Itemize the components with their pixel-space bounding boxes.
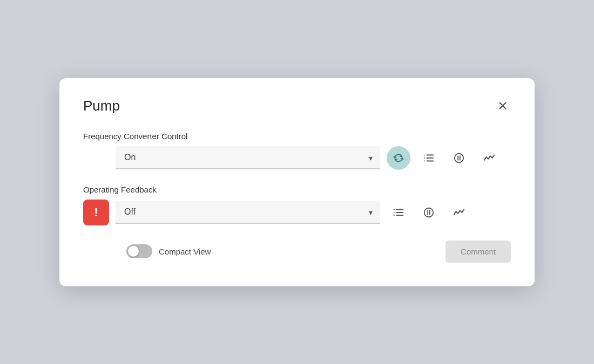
pump-modal: Pump Frequency Converter Control On Off …	[59, 78, 535, 286]
frequency-select-wrapper: On Off Auto ▾	[116, 146, 380, 169]
operating-trend-button[interactable]	[447, 201, 471, 224]
comment-button[interactable]: Comment	[446, 241, 511, 263]
operating-trend-icon	[453, 207, 465, 218]
frequency-section: Frequency Converter Control On Off Auto …	[83, 132, 511, 170]
frequency-trend-button[interactable]	[477, 146, 501, 170]
frequency-pause-button[interactable]	[447, 146, 471, 170]
compact-view-toggle[interactable]	[126, 244, 152, 258]
operating-select[interactable]: Off On Auto	[116, 201, 380, 224]
modal-title: Pump	[83, 98, 120, 114]
operating-list-button[interactable]	[387, 201, 410, 224]
pause-icon	[453, 152, 465, 164]
toggle-thumb	[128, 246, 139, 257]
compact-view-label: Compact View	[159, 247, 211, 256]
list-icon	[423, 152, 435, 164]
svg-point-17	[424, 208, 434, 217]
frequency-select[interactable]: On Off Auto	[116, 146, 380, 169]
compact-view-area: Compact View	[126, 244, 211, 258]
operating-pause-button[interactable]	[417, 201, 441, 224]
operating-pause-icon	[423, 207, 435, 218]
frequency-control-row: On Off Auto ▾	[83, 146, 511, 170]
operating-list-icon	[393, 207, 404, 218]
operating-section: Operating Feedback ! Off On Auto ▾	[83, 185, 511, 225]
frequency-label: Frequency Converter Control	[83, 132, 511, 141]
refresh-icon	[393, 152, 404, 164]
frequency-list-button[interactable]	[417, 146, 441, 170]
trend-icon	[483, 152, 495, 164]
close-button[interactable]	[495, 98, 511, 114]
close-icon	[497, 100, 509, 112]
footer-row: Compact View Comment	[83, 241, 511, 263]
operating-label: Operating Feedback	[83, 185, 511, 194]
error-badge: !	[83, 200, 109, 225]
exclamation-icon: !	[94, 205, 98, 219]
operating-select-wrapper: Off On Auto ▾	[116, 201, 380, 224]
svg-point-8	[455, 153, 464, 162]
operating-control-row: ! Off On Auto ▾	[83, 200, 511, 225]
frequency-refresh-button[interactable]	[387, 146, 410, 170]
modal-header: Pump	[83, 98, 511, 114]
